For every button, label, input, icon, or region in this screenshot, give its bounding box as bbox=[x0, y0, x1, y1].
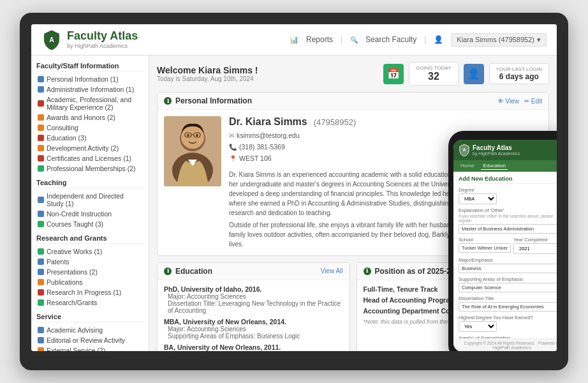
presentations-icon bbox=[38, 269, 44, 275]
memberships-icon bbox=[38, 165, 44, 172]
phone-highest-select[interactable]: Yes bbox=[459, 321, 497, 332]
phone-explanation-note: If you selected 'other' in the selection… bbox=[459, 214, 557, 223]
sidebar-item-directed-study[interactable]: Independent and Directed Study (1) bbox=[36, 191, 143, 209]
education-icon bbox=[38, 135, 44, 141]
phone-footer: Copyright © 2024 All Rights Reserved. Po… bbox=[453, 338, 557, 351]
svg-text:A: A bbox=[49, 36, 54, 43]
phone-supporting-input[interactable] bbox=[459, 283, 557, 292]
search-faculty-link[interactable]: Search Faculty bbox=[365, 35, 416, 44]
sidebar-item-consulting[interactable]: Consulting bbox=[36, 123, 143, 133]
advising-icon bbox=[38, 327, 44, 333]
user-menu[interactable]: Kiara Simms (47958952) ▾ bbox=[451, 33, 547, 47]
location-icon: 📍 bbox=[229, 153, 237, 164]
phone-header: A Faculty Atlas by HighPath Academics bbox=[453, 140, 557, 160]
phone-logo-icon: A bbox=[459, 144, 470, 156]
development-icon bbox=[38, 145, 44, 151]
sidebar-section-service: Service bbox=[36, 313, 143, 322]
sidebar-item-patents[interactable]: Patents bbox=[36, 257, 143, 267]
sidebar-item-academic[interactable]: Academic, Professional, and Military Exp… bbox=[36, 94, 143, 112]
info-circle-icon: ℹ bbox=[164, 97, 172, 105]
creative-icon bbox=[38, 248, 44, 255]
edit-personal-link[interactable]: ✏ Edit bbox=[524, 98, 542, 105]
reports-link[interactable]: Reports bbox=[306, 35, 333, 44]
last-login-stat: YOUR LAST LOGIN 6 days ago bbox=[489, 63, 549, 84]
phone-school-col: School bbox=[459, 234, 511, 254]
sidebar-item-personal[interactable]: Personal Information (1) bbox=[36, 74, 143, 84]
eye-icon: 👁 bbox=[497, 98, 504, 105]
phone-major-input[interactable] bbox=[459, 264, 557, 273]
editorial-icon bbox=[38, 337, 44, 343]
academic-icon bbox=[38, 100, 44, 107]
publications-icon bbox=[38, 279, 44, 285]
view-all-education-link[interactable]: View All bbox=[321, 267, 343, 274]
sidebar-item-presentations[interactable]: Presentations (2) bbox=[36, 267, 143, 277]
sidebar-item-publications[interactable]: Publications bbox=[36, 277, 143, 287]
logo-shield-icon: A bbox=[41, 29, 62, 50]
patents-icon bbox=[38, 259, 44, 265]
phone-screen: A Faculty Atlas by HighPath Academics Ho… bbox=[453, 140, 557, 351]
sidebar-item-research-progress[interactable]: Research In Progress (1) bbox=[36, 287, 143, 297]
phone-title-area: Faculty Atlas by HighPath Academics bbox=[473, 144, 520, 156]
sidebar-section-teaching: Teaching bbox=[36, 179, 143, 188]
sidebar-item-certificates[interactable]: Certificates and Licenses (1) bbox=[36, 153, 143, 163]
external-icon bbox=[38, 347, 44, 351]
svg-text:A: A bbox=[463, 147, 466, 152]
phone-dissertation-input[interactable] bbox=[459, 302, 557, 312]
login-icon: 👤 bbox=[464, 64, 484, 84]
phone-supporting-label: Supporting Areas of Emphasis bbox=[459, 276, 557, 282]
sidebar: Faculty/Staff Information Personal Infor… bbox=[31, 56, 149, 351]
header-nav: 📊 Reports | 🔍 Search Faculty | 👤 Kiara S… bbox=[290, 33, 547, 47]
sidebar-item-memberships[interactable]: Professional Memberships (2) bbox=[36, 163, 143, 174]
phone-nav-home[interactable]: Home bbox=[459, 162, 476, 170]
non-credit-icon bbox=[38, 211, 44, 217]
photo-placeholder bbox=[164, 116, 221, 186]
reports-icon: 📊 bbox=[290, 36, 298, 44]
profile-photo bbox=[164, 116, 221, 186]
phone-year-select[interactable]: 2021 bbox=[513, 243, 557, 254]
sidebar-item-external[interactable]: External Service (2) bbox=[36, 345, 143, 351]
education-title-area: ℹ Education bbox=[164, 267, 212, 276]
sidebar-item-development[interactable]: Development Activity (2) bbox=[36, 143, 143, 153]
personal-icon bbox=[38, 76, 44, 82]
personal-info-header: ℹ Personal Information 👁 View ✏ Edit bbox=[158, 93, 548, 110]
sidebar-item-non-credit[interactable]: Non-Credit Instruction bbox=[36, 209, 143, 219]
personal-info-title-area: ℹ Personal Information bbox=[164, 96, 252, 105]
edu-item-phd: PhD, University of Idaho, 2016. Major: A… bbox=[164, 285, 343, 314]
phone-major-label: Major/Emphasis bbox=[459, 257, 557, 263]
going-today-stat: GOING TODAY 32 bbox=[409, 62, 459, 86]
phone-school-year-row: School Year Completed 2021 bbox=[459, 234, 557, 254]
phone-year-label: Year Completed bbox=[513, 237, 557, 243]
phone-school-label: School bbox=[459, 237, 511, 243]
sidebar-item-courses[interactable]: Courses Taught (3) bbox=[36, 219, 143, 229]
profile-name: Dr. Kiara Simms (47958952) bbox=[229, 116, 542, 128]
svg-point-6 bbox=[196, 134, 198, 137]
chevron-down-icon: ▾ bbox=[537, 36, 541, 44]
sidebar-item-education[interactable]: Education (3) bbox=[36, 133, 143, 143]
email-icon: ✉ bbox=[229, 130, 234, 141]
phone-frame: A Faculty Atlas by HighPath Academics Ho… bbox=[448, 131, 557, 351]
phone-school-input[interactable] bbox=[459, 243, 511, 253]
sidebar-item-editorial[interactable]: Editorial or Review Activity bbox=[36, 335, 143, 345]
sidebar-item-advising[interactable]: Academic Advising bbox=[36, 325, 143, 335]
phone-degree-select[interactable]: MBA bbox=[459, 193, 497, 204]
pencil-icon: ✏ bbox=[524, 98, 529, 105]
user-icon: 👤 bbox=[434, 35, 443, 44]
welcome-bar: Welcome Kiara Simms ! Today is Saturday,… bbox=[157, 62, 549, 86]
main-content: Welcome Kiara Simms ! Today is Saturday,… bbox=[149, 56, 557, 351]
edu-item-mba: MBA, University of New Orleans, 2014. Ma… bbox=[164, 318, 343, 340]
education-circle-icon: ℹ bbox=[164, 267, 172, 275]
sidebar-item-awards[interactable]: Awards and Honors (2) bbox=[36, 112, 143, 123]
view-personal-link[interactable]: 👁 View bbox=[497, 98, 519, 105]
phone-explanation-input[interactable] bbox=[459, 224, 557, 234]
welcome-text: Welcome Kiara Simms ! Today is Saturday,… bbox=[157, 65, 258, 82]
phone-overlay: A Faculty Atlas by HighPath Academics Ho… bbox=[448, 131, 557, 351]
calendar-icon: 📅 bbox=[383, 64, 404, 84]
edu-item-ba: BA, University of New Orleans, 2011. Maj… bbox=[164, 343, 343, 351]
svg-point-4 bbox=[181, 126, 204, 149]
sidebar-item-research-grants[interactable]: Research/Grants bbox=[36, 297, 143, 308]
phone-nav-education[interactable]: Education bbox=[481, 162, 508, 170]
sidebar-item-admin[interactable]: Administrative Information (1) bbox=[36, 84, 143, 94]
awards-icon bbox=[38, 114, 44, 121]
sidebar-item-creative[interactable]: Creative Works (1) bbox=[36, 246, 143, 257]
phone-highest-label: Highest Degree You Have Earned? bbox=[459, 315, 557, 320]
